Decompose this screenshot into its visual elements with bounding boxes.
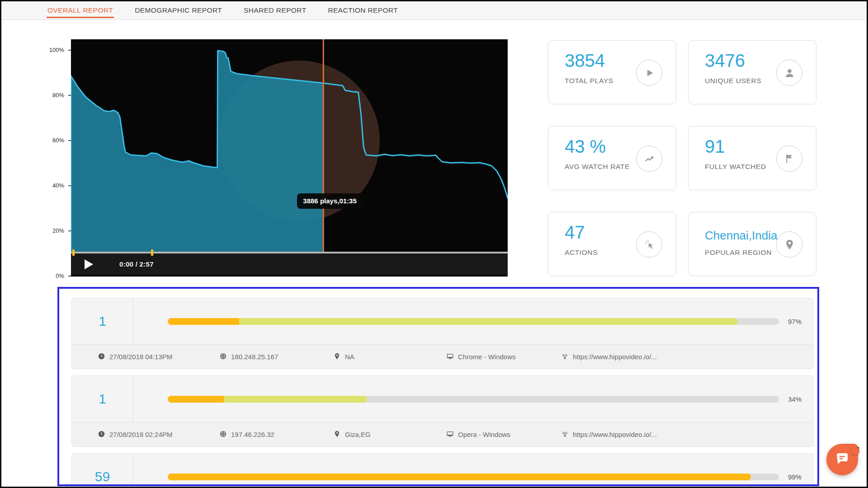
- view-count: 1: [72, 376, 133, 422]
- stat-card: 43 % AVG WATCH RATE: [548, 126, 676, 190]
- clock-icon: [98, 430, 105, 439]
- session-meta-text: https://www.hippovideo.io/...: [573, 431, 657, 438]
- video-time: 0:00 / 2:57: [119, 260, 154, 268]
- monitor-icon: [446, 430, 454, 439]
- play-button[interactable]: [85, 259, 93, 269]
- watch-progress-fill: [168, 396, 367, 403]
- stat-value: 3854: [565, 51, 605, 71]
- chat-bubble-icon: [834, 450, 850, 469]
- chart-tooltip-text: 3886 plays,01:35: [303, 197, 356, 205]
- stat-card: 3476 UNIQUE USERS: [688, 40, 816, 104]
- stat-value: 43 %: [565, 136, 606, 157]
- viewer-session-row[interactable]: 1 34% 27/08/2018 02:24PM 197.46.226.32 G…: [71, 375, 814, 447]
- viewer-sessions-panel: 1 97% 27/08/2018 04:13PM 180.248.25.167 …: [57, 287, 819, 486]
- video-progress-bar[interactable]: [71, 252, 508, 253]
- user-icon: [776, 60, 802, 86]
- broadcast-icon: [561, 352, 569, 361]
- session-meta-text: NA: [345, 353, 354, 361]
- watch-progress-track: [168, 474, 779, 480]
- stat-label: FULLY WATCHED: [705, 163, 766, 171]
- viewer-session-row[interactable]: 1 97% 27/08/2018 04:13PM 180.248.25.167 …: [71, 298, 814, 369]
- session-meta-item: Opera - Windows: [446, 430, 561, 439]
- cursor-icon: [636, 231, 662, 258]
- report-tab-label: SHARED REPORT: [244, 6, 306, 14]
- globe-icon: [219, 430, 227, 439]
- session-meta-text: 197.46.226.32: [231, 431, 274, 438]
- location-pin-icon: [776, 231, 802, 258]
- session-meta-item: 180.248.25.167: [219, 352, 333, 361]
- session-meta-item: 197.46.226.32: [219, 430, 333, 439]
- report-tab-label: REACTION REPORT: [328, 6, 398, 14]
- view-count: 59: [72, 454, 133, 486]
- stat-value: 91: [705, 136, 725, 157]
- axis-tick-label: 20%: [44, 227, 64, 235]
- session-meta-item: Chrome - Windows: [446, 352, 561, 361]
- session-meta-item: https://www.hippovideo.io/...: [561, 430, 813, 439]
- session-meta-item: NA: [333, 352, 446, 361]
- session-meta-item: 27/08/2018 04:13PM: [98, 352, 219, 361]
- report-tab-label: OVERALL REPORT: [47, 6, 113, 14]
- chat-notification-badge[interactable]: [851, 446, 859, 455]
- stat-value: 3476: [705, 51, 745, 71]
- report-tab-label: DEMOGRAPHIC REPORT: [135, 6, 222, 14]
- session-meta-text: 27/08/2018 02:24PM: [109, 431, 172, 438]
- session-meta-text: https://www.hippovideo.io/...: [573, 353, 657, 361]
- watched-area-fill: [71, 51, 323, 252]
- play-icon: [636, 60, 662, 86]
- watch-percent: 97%: [788, 318, 802, 325]
- retention-area-chart: [71, 39, 508, 277]
- report-tab[interactable]: REACTION REPORT: [317, 1, 409, 19]
- view-count: 1: [72, 298, 133, 344]
- stat-value: 47: [565, 222, 585, 243]
- watch-percent: 34%: [788, 395, 802, 403]
- session-meta: 27/08/2018 02:24PM 197.46.226.32 Giza,EG…: [72, 422, 813, 446]
- session-meta-item: Giza,EG: [333, 430, 446, 439]
- watch-rate-axis: 100%80%60%40%20%0%: [44, 39, 71, 277]
- report-tab[interactable]: SHARED REPORT: [233, 1, 317, 19]
- watch-progress-fill: [168, 318, 738, 325]
- stat-card: 47 ACTIONS: [548, 212, 676, 276]
- watch-progress-track: [168, 396, 779, 403]
- viewer-session-row[interactable]: 59 99%: [71, 453, 814, 486]
- stat-card: 3854 TOTAL PLAYS: [548, 40, 676, 104]
- clock-icon: [98, 352, 105, 361]
- broadcast-icon: [561, 430, 569, 439]
- session-meta-text: 180.248.25.167: [231, 353, 278, 361]
- video-player[interactable]: 3886 plays,01:35 0:00 / 2:57: [71, 39, 508, 277]
- cta-marker[interactable]: [151, 249, 153, 256]
- session-meta-text: Chrome - Windows: [458, 353, 516, 361]
- session-meta-item: https://www.hippovideo.io/...: [561, 352, 813, 361]
- video-controls: 0:00 / 2:57: [71, 253, 508, 275]
- watch-percent: 99%: [788, 473, 802, 481]
- axis-tick-label: 40%: [44, 182, 64, 189]
- stat-label: UNIQUE USERS: [705, 77, 761, 85]
- watch-progress-track: [168, 318, 779, 325]
- map-pin-icon: [333, 430, 341, 439]
- stat-card: 91 FULLY WATCHED: [688, 126, 816, 190]
- report-tabs: OVERALL REPORTDEMOGRAPHIC REPORTSHARED R…: [1, 1, 867, 20]
- session-meta-text: Opera - Windows: [458, 431, 510, 438]
- session-meta-text: 27/08/2018 04:13PM: [109, 353, 172, 361]
- stat-label: ACTIONS: [565, 249, 598, 257]
- session-meta-item: 27/08/2018 02:24PM: [98, 430, 219, 439]
- cta-marker[interactable]: [72, 249, 75, 256]
- stat-label: AVG WATCH RATE: [565, 163, 630, 171]
- report-tab[interactable]: DEMOGRAPHIC REPORT: [124, 1, 233, 19]
- stat-card: Chennai,India POPULAR REGION: [688, 212, 816, 276]
- axis-tick-label: 60%: [44, 137, 64, 144]
- monitor-icon: [446, 352, 454, 361]
- globe-icon: [219, 352, 227, 361]
- axis-tick-label: 100%: [44, 47, 64, 54]
- session-meta: 27/08/2018 04:13PM 180.248.25.167 NA Chr…: [72, 344, 813, 369]
- session-meta-text: Giza,EG: [345, 431, 371, 438]
- report-page: OVERALL REPORTDEMOGRAPHIC REPORTSHARED R…: [0, 0, 868, 488]
- map-pin-icon: [333, 352, 341, 361]
- chart-tooltip: 3886 plays,01:35: [297, 193, 362, 209]
- trend-icon: [636, 145, 662, 172]
- axis-tick-label: 80%: [44, 92, 64, 99]
- flag-icon: [776, 145, 802, 172]
- stat-label: TOTAL PLAYS: [565, 77, 613, 85]
- axis-tick-label: 0%: [44, 272, 64, 280]
- report-tab[interactable]: OVERALL REPORT: [37, 1, 124, 19]
- stat-value: Chennai,India: [705, 229, 777, 243]
